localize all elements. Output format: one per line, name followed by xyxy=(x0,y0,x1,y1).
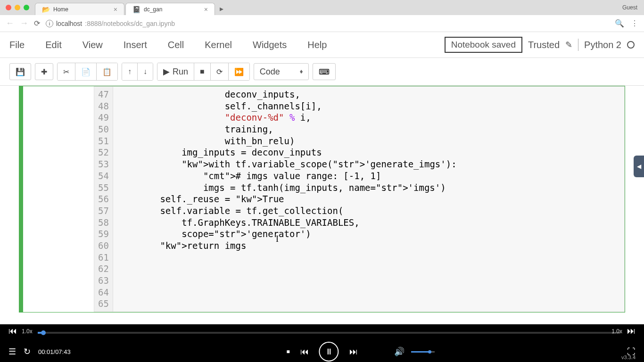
save-button[interactable]: 💾 xyxy=(9,63,31,80)
move-up-button[interactable]: ↑ xyxy=(122,63,138,80)
trusted-indicator[interactable]: Trusted xyxy=(528,40,560,50)
site-info-icon[interactable]: i xyxy=(46,20,53,27)
version-label: v3.3.4 xyxy=(621,354,636,360)
tab-title: Home xyxy=(53,6,68,13)
back-button[interactable]: ← xyxy=(6,18,14,28)
copy-button[interactable]: 📄 xyxy=(75,63,97,80)
address-bar: ← → ⟳ i localhost:8888/notebooks/dc_gan.… xyxy=(0,15,644,32)
time-display: 00:01/07:43 xyxy=(38,348,71,355)
edit-icon[interactable]: ✎ xyxy=(565,40,572,50)
notebook-toolbar: 💾 ✚ ✂ 📄 📋 ↑ ↓ ▶ Run ■ ⟳ ⏩ Code ⌨ xyxy=(0,58,644,86)
progress-bar[interactable] xyxy=(38,332,620,334)
url-path: :8888/notebooks/dc_gan.ipynb xyxy=(85,20,175,27)
tab-bar: 📂 Home × 📓 dc_gan × ▸ xyxy=(35,0,227,15)
code-text[interactable]: deconv_inputs, self._channels[i], "decon… xyxy=(113,87,624,312)
new-tab-button[interactable]: ▸ xyxy=(216,2,227,15)
pause-button[interactable]: ⏸ xyxy=(319,342,339,362)
run-button[interactable]: ▶ Run xyxy=(157,63,194,80)
video-player-controls: ⏮ 1.0x 1.0x ⏭ ☰ ↻ 00:01/07:43 ■ ⏮ ⏸ ⏭ 🔊 … xyxy=(0,324,644,362)
notebook-icon: 📓 xyxy=(132,6,140,13)
close-tab-icon[interactable]: × xyxy=(204,6,208,13)
add-cell-button[interactable]: ✚ xyxy=(35,63,53,80)
loop-icon[interactable]: ↻ xyxy=(24,346,31,357)
browser-tab-notebook[interactable]: 📓 dc_gan × xyxy=(125,3,215,15)
input-prompt xyxy=(23,86,94,312)
browser-tab-strip: 📂 Home × 📓 dc_gan × ▸ Guest xyxy=(0,0,644,15)
cell-type-select[interactable]: Code xyxy=(254,63,309,80)
text-cursor: I xyxy=(276,234,279,244)
restart-button[interactable]: ⟳ xyxy=(211,63,229,80)
close-window-button[interactable] xyxy=(6,5,11,10)
prev-button[interactable]: ⏮ xyxy=(300,347,309,357)
speed-back-button[interactable]: ⏮ xyxy=(8,326,17,336)
list-icon[interactable]: ☰ xyxy=(8,346,16,357)
reload-button[interactable]: ⟳ xyxy=(34,19,40,28)
browser-menu-icon[interactable]: ⋮ xyxy=(631,19,638,28)
url-field[interactable]: i localhost:8888/notebooks/dc_gan.ipynb xyxy=(46,20,609,27)
side-panel-toggle[interactable]: ◀ xyxy=(634,156,644,177)
next-button[interactable]: ⏭ xyxy=(349,347,358,357)
stop-button[interactable]: ■ xyxy=(286,348,289,355)
jupyter-icon: 📂 xyxy=(42,6,50,13)
url-host: localhost xyxy=(56,20,82,27)
kernel-name[interactable]: Python 2 xyxy=(584,40,621,50)
divider xyxy=(578,39,578,51)
paste-button[interactable]: 📋 xyxy=(97,63,117,80)
code-editor[interactable]: 47484950515253545556575859606162636465 d… xyxy=(94,86,625,312)
browser-tab-home[interactable]: 📂 Home × xyxy=(35,3,124,15)
notebook-body: 47484950515253545556575859606162636465 d… xyxy=(0,86,644,326)
notebook-saved-indicator: Notebook saved xyxy=(445,37,522,53)
window-controls xyxy=(0,5,35,10)
menu-help[interactable]: Help xyxy=(307,40,327,50)
menu-edit[interactable]: Edit xyxy=(45,40,61,50)
cut-button[interactable]: ✂ xyxy=(58,63,75,80)
menu-widgets[interactable]: Widgets xyxy=(253,40,287,50)
volume-icon[interactable]: 🔊 xyxy=(394,346,405,357)
command-palette-button[interactable]: ⌨ xyxy=(313,63,336,80)
tab-title: dc_gan xyxy=(144,6,162,13)
close-tab-icon[interactable]: × xyxy=(114,6,117,13)
cell-edit-bar xyxy=(19,86,23,312)
menu-file[interactable]: File xyxy=(9,40,25,50)
notebook-menubar: File Edit View Insert Cell Kernel Widget… xyxy=(0,32,644,58)
move-down-button[interactable]: ↓ xyxy=(138,63,153,80)
volume-slider[interactable] xyxy=(411,351,435,353)
profile-badge[interactable]: Guest xyxy=(616,4,644,11)
zoom-icon[interactable]: 🔍 xyxy=(615,19,624,28)
restart-run-all-button[interactable]: ⏩ xyxy=(229,63,249,80)
kernel-status-icon xyxy=(627,41,635,49)
line-gutter: 47484950515253545556575859606162636465 xyxy=(94,87,113,312)
forward-button[interactable]: → xyxy=(20,18,28,28)
menu-view[interactable]: View xyxy=(83,40,103,50)
menu-cell[interactable]: Cell xyxy=(168,40,184,50)
playback-speed-left: 1.0x xyxy=(22,328,33,335)
menu-kernel[interactable]: Kernel xyxy=(205,40,232,50)
minimize-window-button[interactable] xyxy=(15,5,20,10)
menu-insert[interactable]: Insert xyxy=(124,40,147,50)
code-cell[interactable]: 47484950515253545556575859606162636465 d… xyxy=(19,86,625,313)
speed-forward-button[interactable]: ⏭ xyxy=(627,326,636,336)
maximize-window-button[interactable] xyxy=(24,5,29,10)
interrupt-button[interactable]: ■ xyxy=(194,63,211,80)
